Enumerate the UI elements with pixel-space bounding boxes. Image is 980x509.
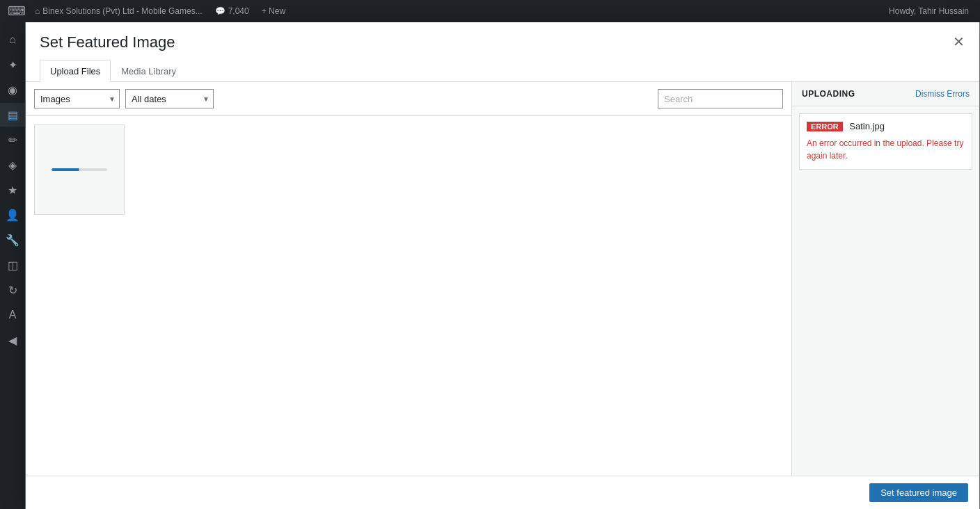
sidebar-icon-appearance[interactable]: ◈ [0,153,25,177]
error-badge: Error [807,122,843,131]
admin-bar-howdy: Howdy, Tahir Hussain [889,6,974,16]
sidebar-icon-back[interactable]: ◀ [0,328,25,352]
dismiss-errors-link[interactable]: Dismiss Errors [915,89,970,99]
sidebar-icon-plugins[interactable]: ★ [0,178,25,202]
error-message: An error occurred in the upload. Please … [807,137,965,162]
set-featured-image-button[interactable]: Set featured image [869,483,968,502]
modal-tabs: Upload Files Media Library [40,60,965,81]
admin-bar-site[interactable]: ⌂ Binex Solutions (Pvt) Ltd - Mobile Gam… [28,0,210,22]
modal-title: Set Featured Image [40,33,965,51]
filter-type-wrapper: All media itemsImagesAudioVideoDocuments… [34,89,120,108]
search-input[interactable] [658,89,783,108]
wp-logo[interactable]: ⌨ [6,0,28,22]
filter-type-select[interactable]: All media itemsImagesAudioVideoDocuments… [34,89,120,108]
media-toolbar: All media itemsImagesAudioVideoDocuments… [26,82,791,116]
filter-date-select[interactable]: All datesJanuary 2024December 2023Novemb… [125,89,214,108]
close-icon: ✕ [953,33,965,50]
sidebar-icon-dashboard[interactable]: ⌂ [0,28,25,51]
sidebar-icon-media[interactable]: ◉ [0,78,25,102]
tab-upload-files[interactable]: Upload Files [40,60,111,82]
sidebar-icon-refresh[interactable]: ↻ [0,278,25,302]
upload-panel: UPLOADING Dismiss Errors Error Satin.jpg… [791,82,979,476]
comments-count: 7,040 [228,6,249,16]
error-filename: Satin.jpg [849,121,885,131]
upload-progress-fill [52,168,79,171]
error-card: Error Satin.jpg An error occurred in the… [799,113,972,170]
sidebar-icon-users[interactable]: 👤 [0,203,25,227]
sidebar-icon-settings[interactable]: ◫ [0,253,25,277]
site-name: Binex Solutions (Pvt) Ltd - Mobile Games… [42,6,202,16]
home-icon: ⌂ [35,6,40,16]
sidebar-icon-pages[interactable]: ▤ [0,103,25,127]
sidebar: ⌂ ✦ ◉ ▤ ✏ ◈ ★ 👤 🔧 ◫ ↻ A ◀ [0,22,25,509]
sidebar-icon-comments[interactable]: ✏ [0,128,25,152]
sidebar-icon-posts[interactable]: ✦ [0,53,25,76]
tab-media-library[interactable]: Media Library [111,60,187,82]
modal-header: Set Featured Image ✕ Upload Files Media … [26,22,979,82]
sidebar-icon-font[interactable]: A [0,303,25,327]
upload-panel-header: UPLOADING Dismiss Errors [792,82,979,106]
error-card-header: Error Satin.jpg [807,121,965,134]
admin-bar-new[interactable]: + New [255,0,292,22]
modal-overlay: Set Featured Image ✕ Upload Files Media … [25,22,980,509]
media-content: All media itemsImagesAudioVideoDocuments… [26,82,791,476]
modal-body: All media itemsImagesAudioVideoDocuments… [26,82,979,476]
modal: Set Featured Image ✕ Upload Files Media … [26,22,979,509]
admin-bar-comments[interactable]: 💬 7,040 [210,6,255,16]
new-label: + New [262,6,285,16]
comments-icon: 💬 [215,6,226,16]
modal-close-button[interactable]: ✕ [947,31,970,53]
modal-footer: Set featured image [26,476,979,509]
upload-progress-bar [52,168,107,171]
media-grid [26,116,791,476]
sidebar-icon-tools[interactable]: 🔧 [0,228,25,252]
upload-panel-title: UPLOADING [802,89,855,99]
upload-card [34,124,125,215]
filter-date-wrapper: All datesJanuary 2024December 2023Novemb… [125,89,214,108]
admin-bar: ⌨ ⌂ Binex Solutions (Pvt) Ltd - Mobile G… [0,0,980,22]
